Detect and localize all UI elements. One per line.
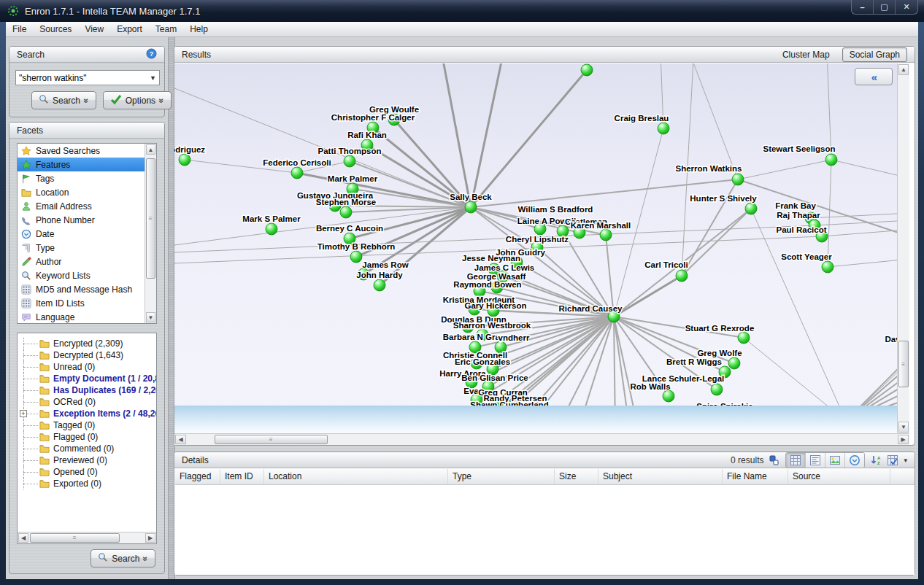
timeline-view-icon[interactable] [845, 453, 864, 468]
feature-item-previewed[interactable]: Previewed (0) [18, 454, 156, 466]
scrollbar-thumb[interactable]: ≡ [215, 435, 328, 444]
sidebar-item-email-address[interactable]: Email Address [18, 199, 156, 213]
sidebar-item-phone-number[interactable]: Phone Number [18, 213, 156, 227]
column-header-flagged[interactable]: Flagged [175, 469, 220, 484]
feature-item-flagged[interactable]: Flagged (0) [18, 431, 156, 443]
cluster-map-mini-icon[interactable] [769, 454, 780, 466]
thumbnail-view-icon[interactable] [825, 453, 845, 468]
table-view-icon[interactable] [786, 453, 806, 468]
tree-expander-icon[interactable]: + [20, 410, 27, 417]
feature-item-tagged[interactable]: Tagged (0) [18, 419, 156, 431]
graph-node[interactable] [291, 167, 303, 179]
scrollbar-thumb[interactable]: ≡ [30, 533, 120, 543]
facets-search-button[interactable]: Search » [91, 549, 155, 567]
list-view-icon[interactable] [806, 453, 825, 468]
maximize-button[interactable]: ▢ [874, 0, 896, 14]
feature-item-unread[interactable]: Unread (0) [18, 361, 156, 373]
graph-node[interactable] [340, 206, 352, 218]
scroll-down-arrow[interactable]: ▼ [146, 312, 155, 322]
feature-item-opened[interactable]: Opened (0) [18, 466, 156, 478]
feature-item-encrypted[interactable]: Encrypted (2,309) [18, 338, 156, 349]
sidebar-item-item-id-lists[interactable]: Item ID Lists [18, 296, 156, 310]
graph-node[interactable] [676, 270, 688, 282]
sort-icon[interactable]: AZ [870, 454, 882, 466]
graph-node[interactable] [374, 279, 385, 291]
scroll-right-arrow[interactable]: ▶ [145, 533, 155, 543]
scroll-up-arrow[interactable]: ▲ [898, 64, 909, 75]
graph-node[interactable] [179, 154, 190, 166]
sidebar-item-saved-searches[interactable]: Saved Searches [18, 144, 156, 158]
menu-item-team[interactable]: Team [149, 23, 183, 36]
facet-list-scrollbar[interactable]: ▲ ≡ ▼ [145, 144, 156, 323]
scroll-up-arrow[interactable]: ▲ [146, 144, 155, 155]
column-header-file-name[interactable]: File Name [723, 469, 788, 484]
graph-node[interactable] [822, 261, 833, 273]
sidebar-item-type[interactable]: Type [18, 241, 156, 255]
sidebar-item-author[interactable]: Author [18, 255, 156, 268]
column-header-type[interactable]: Type [448, 469, 555, 484]
toolbar-caret-icon[interactable]: ▾ [904, 457, 907, 464]
scrollbar-thumb[interactable]: ≡ [146, 158, 155, 279]
search-button[interactable]: Search » [31, 91, 96, 109]
menu-item-export[interactable]: Export [110, 23, 149, 36]
menu-item-sources[interactable]: Sources [33, 23, 78, 36]
menu-item-help[interactable]: Help [183, 23, 215, 36]
details-table-body[interactable] [175, 485, 915, 575]
menu-item-view[interactable]: View [78, 23, 110, 36]
graph-node[interactable] [732, 174, 744, 185]
help-icon[interactable]: ? [146, 48, 157, 61]
feature-item-exported[interactable]: Exported (0) [18, 478, 156, 489]
tab-cluster-map[interactable]: Cluster Map [776, 48, 836, 61]
graph-node[interactable] [465, 201, 477, 213]
feature-label: Exported (0) [53, 479, 101, 489]
graph-node[interactable] [728, 357, 740, 369]
sidebar-item-date[interactable]: Date [18, 227, 156, 241]
feature-item-commented[interactable]: Commented (0) [18, 443, 156, 454]
sidebar-item-md5-and-message-hash[interactable]: MD5 and Message Hash [18, 282, 156, 296]
graph-node[interactable] [581, 64, 593, 76]
scroll-left-arrow[interactable]: ◀ [18, 533, 28, 543]
feature-item-decrypted[interactable]: Decrypted (1,643) [18, 349, 156, 361]
graph-v-scrollbar[interactable]: ▲ ≡ ▼ [897, 63, 909, 433]
features-h-scrollbar[interactable]: ◀ ≡ ▶ [18, 532, 156, 543]
scrollbar-thumb[interactable]: ≡ [898, 341, 909, 387]
sidebar-item-keyword-lists[interactable]: Keyword Lists [18, 268, 156, 282]
minimize-button[interactable]: – [852, 0, 874, 14]
scroll-down-arrow[interactable]: ▼ [898, 422, 909, 433]
sidebar-item-tags[interactable]: Tags [18, 171, 156, 185]
graph-node[interactable] [344, 155, 355, 167]
scroll-right-arrow[interactable]: ▶ [898, 435, 909, 444]
scroll-left-arrow[interactable]: ◀ [175, 435, 186, 444]
graph-node[interactable] [658, 123, 669, 134]
graph-node[interactable] [350, 251, 362, 263]
column-header-item-id[interactable]: Item ID [220, 469, 264, 484]
options-button[interactable]: Options » [103, 91, 172, 109]
close-button[interactable]: ✕ [896, 0, 917, 14]
graph-node[interactable] [266, 223, 277, 235]
graph-node[interactable] [825, 154, 837, 166]
feature-item-ocred[interactable]: OCRed (0) [18, 396, 156, 408]
feature-item-has-duplicates[interactable]: Has Duplicates (169 / 2,20 [18, 384, 156, 396]
graph-node[interactable] [663, 390, 674, 402]
column-header-size[interactable]: Size [555, 469, 598, 484]
search-query-combobox[interactable]: "sherron watkins" ▼ [15, 70, 160, 85]
column-chooser-icon[interactable] [887, 454, 898, 466]
column-header-subject[interactable]: Subject [598, 469, 723, 484]
tab-social-graph[interactable]: Social Graph [842, 47, 907, 62]
sidebar-item-features[interactable]: Features [18, 158, 156, 171]
menu-item-file[interactable]: File [6, 23, 33, 36]
social-graph-canvas[interactable]: RodriguezGreg WoulfeChristopher F Calger… [174, 63, 897, 433]
feature-item-empty-document[interactable]: Empty Document (1 / 20,8 [18, 373, 156, 384]
graph-node[interactable] [738, 332, 750, 344]
column-header-location[interactable]: Location [264, 469, 448, 484]
graph-node[interactable] [711, 384, 723, 395]
graph-node[interactable] [600, 229, 612, 241]
graph-h-scrollbar[interactable]: ◀ ≡ ▶ [174, 433, 909, 445]
graph-node[interactable] [745, 203, 757, 214]
sidebar-item-language[interactable]: Language [18, 310, 156, 324]
collapse-panel-button[interactable]: « [855, 68, 893, 85]
combobox-dropdown-icon[interactable]: ▼ [150, 74, 156, 82]
feature-item-exception-items[interactable]: +Exception Items (2 / 48,26 [18, 408, 156, 419]
sidebar-item-location[interactable]: Location [18, 185, 156, 199]
column-header-source[interactable]: Source [788, 469, 890, 484]
